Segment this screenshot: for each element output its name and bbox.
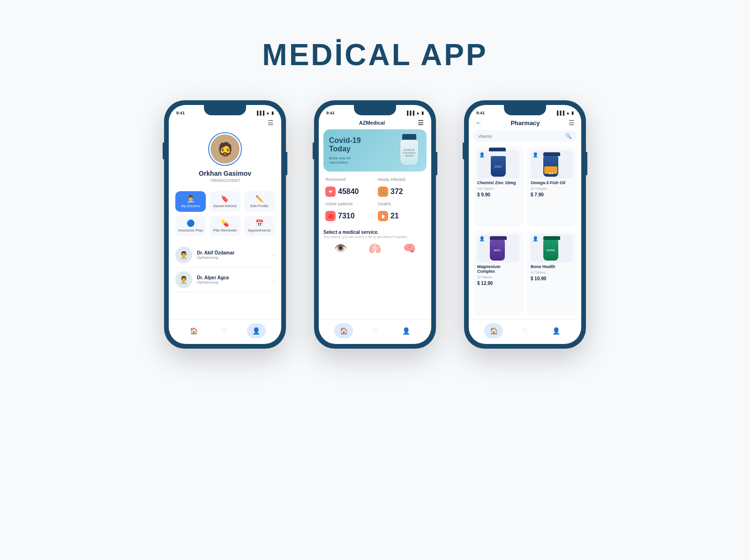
- notch: [204, 105, 246, 115]
- stat-deaths: 📋 21: [376, 209, 427, 223]
- stat-label-infected: Newly infected: [376, 176, 427, 183]
- phone-covid: 9:41 ▐▐▐ ▲ ▮ AZMedical ☰ Covid-19Today B…: [314, 100, 436, 349]
- product-img-zinc: 👤 ZINC: [477, 150, 519, 179]
- vial-body: COVID-19CoronavirusVaccine: [400, 140, 419, 165]
- nav-appointments[interactable]: 📅 Appointments: [244, 216, 275, 236]
- app-name: AZMedical: [359, 120, 385, 126]
- menu-icon-2[interactable]: ☰: [418, 119, 424, 127]
- doctor-spec-1: Opthalmolog: [197, 255, 269, 260]
- doctor-spec-2: Opthalmolog: [197, 280, 269, 284]
- favorites-nav-2[interactable]: ♡: [366, 323, 384, 338]
- battery-icon: ▮: [271, 111, 274, 115]
- profile-nav-2[interactable]: 👤: [397, 323, 416, 338]
- bottom-nav-3: 🏠 ♡ 👤: [469, 319, 581, 344]
- product-name-omega: Omega-3 Fish Oil: [531, 180, 573, 185]
- phones-container: 9:41 ▐▐▐ ▲ ▮ ☰ 🧔 Orkhan Gasimov +9945512…: [164, 100, 586, 349]
- product-img-omega: 👤 Ω-3: [531, 150, 573, 179]
- avatar-ring: 🧔: [208, 132, 242, 166]
- signal-icon-3: ▐▐▐: [555, 111, 564, 115]
- doctor-name-1: Dr. Akif Özdamar: [197, 250, 269, 255]
- service-icons: 👁️ 🫁 🧠: [323, 242, 427, 254]
- doctor-avatar-2: 👨‍⚕️: [175, 271, 192, 288]
- deaths-icon: 📋: [378, 211, 388, 221]
- service-section: Select a medical service. Your choice, y…: [319, 227, 431, 257]
- product-img-magnesium: 👤 MAG: [477, 234, 519, 262]
- bottom-nav-1: 🏠 ♡ 👤: [169, 319, 281, 344]
- home-nav-3[interactable]: 🏠: [484, 323, 503, 338]
- status-icons-3: ▐▐▐ ▲ ▮: [555, 111, 574, 115]
- nav-label-5: Pills Reminder: [213, 228, 237, 232]
- service-subtitle: Your choice, you will receive a list of …: [323, 235, 427, 239]
- product-name-bone: Bone Health: [531, 264, 573, 269]
- nav-label-4: Insurance Plan: [178, 228, 203, 232]
- doctor-info-1: Dr. Akif Özdamar Opthalmolog: [197, 250, 269, 260]
- p2-header: AZMedical ☰: [319, 117, 431, 129]
- person-icon: 👤: [479, 152, 485, 157]
- person-icon-3: 👤: [479, 236, 485, 241]
- user-name: Orkhan Gasimov: [199, 170, 251, 177]
- nav-pills[interactable]: 💊 Pills Reminder: [210, 216, 240, 236]
- nav-saved-articles[interactable]: 🔖 Saved Articles: [210, 191, 240, 212]
- back-icon[interactable]: ←: [475, 119, 482, 127]
- nav-insurance[interactable]: 🔵 Insurance Plan: [175, 216, 206, 236]
- active-icon: 🔴: [325, 211, 336, 221]
- chevron-right-icon-2: ›: [273, 277, 275, 283]
- product-img-bone: 👤 BONE: [531, 234, 573, 262]
- banner-title: Covid-19Today: [329, 136, 361, 153]
- menu-icon-3[interactable]: ☰: [569, 119, 575, 127]
- pills-icon: 💊: [221, 219, 229, 227]
- home-nav-2[interactable]: 🏠: [334, 323, 353, 338]
- product-zinc[interactable]: 👤 ZINC Chemist Zinc 15mg 120 Tablets $ 9…: [473, 147, 523, 227]
- stat-label-recovered: Recovered: [323, 176, 374, 183]
- nav-edit-profile[interactable]: ✏️ Edit Profile: [244, 191, 275, 212]
- profile-nav-3[interactable]: 👤: [547, 323, 566, 338]
- person-icon-4: 👤: [532, 236, 538, 241]
- vaccine-vial: COVID-19CoronavirusVaccine: [396, 134, 422, 167]
- favorites-nav-3[interactable]: ♡: [516, 323, 534, 338]
- table-row[interactable]: 👨‍⚕️ Dr. Akif Özdamar Opthalmolog ›: [175, 243, 275, 268]
- stats-grid: Recovered Newly infected ❤ 45840 🦠 372 A…: [319, 176, 431, 227]
- product-qty-mag: 90 Tablets: [477, 276, 519, 279]
- table-row[interactable]: 👨‍⚕️ Dr. Alper Agca Opthalmolog ›: [175, 268, 275, 292]
- notch-2: [354, 105, 396, 115]
- profile-nav-button[interactable]: 👤: [247, 323, 266, 338]
- product-price-zinc: $ 9.90: [477, 192, 519, 197]
- stat-label-deaths: Deaths: [376, 201, 427, 207]
- home-nav-button[interactable]: 🏠: [184, 323, 203, 338]
- product-magnesium[interactable]: 👤 MAG Magnesium Complex 90 Tablets $ 12.…: [473, 231, 523, 315]
- doctors-list: 👨‍⚕️ Dr. Akif Özdamar Opthalmolog › 👨‍⚕️…: [169, 240, 281, 319]
- search-bar[interactable]: 🔍: [473, 130, 577, 142]
- stat-infected: 🦠 372: [376, 185, 427, 199]
- nav-my-doctors[interactable]: 👨‍⚕️ My Doctors: [175, 191, 206, 212]
- page-title: MEDİCAL APP: [262, 37, 488, 72]
- menu-icon[interactable]: ☰: [268, 119, 274, 127]
- profile-section: 🧔 Orkhan Gasimov +994551234567: [169, 128, 281, 187]
- nav-label-6: Appointments: [248, 228, 271, 232]
- time-1: 9:41: [176, 111, 185, 115]
- nav-label-2: Saved Articles: [213, 204, 237, 208]
- lung-service[interactable]: 🫁: [368, 242, 381, 254]
- active-value: 7310: [338, 212, 355, 220]
- vial-cap: [402, 134, 416, 140]
- favorites-nav-button[interactable]: ♡: [216, 323, 234, 338]
- brain-service[interactable]: 🧠: [403, 242, 416, 254]
- time-3: 9:41: [476, 111, 485, 115]
- status-icons-1: ▐▐▐ ▲ ▮: [255, 111, 274, 115]
- doctor-name-2: Dr. Alper Agca: [197, 275, 269, 280]
- search-input[interactable]: [478, 134, 562, 139]
- product-price-bone: $ 10.90: [531, 276, 573, 281]
- doctor-info-2: Dr. Alper Agca Opthalmolog: [197, 275, 269, 284]
- product-omega[interactable]: 👤 Ω-3 Omega-3 Fish Oil 60 Softgels $ 7.9…: [527, 147, 577, 227]
- products-grid: 👤 ZINC Chemist Zinc 15mg 120 Tablets $ 9…: [469, 147, 581, 315]
- doctor-avatar-1: 👨‍⚕️: [175, 246, 192, 263]
- eye-service[interactable]: 👁️: [334, 242, 347, 254]
- phone-profile: 9:41 ▐▐▐ ▲ ▮ ☰ 🧔 Orkhan Gasimov +9945512…: [164, 100, 286, 349]
- product-bone[interactable]: 👤 BONE Bone Health 60 Tablets $ 10.90: [527, 231, 577, 315]
- person-icon-2: 👤: [532, 152, 538, 157]
- doctors-icon: 👨‍⚕️: [187, 195, 195, 202]
- wifi-icon-2: ▲: [416, 111, 420, 115]
- battery-icon-3: ▮: [571, 111, 574, 115]
- insurance-icon: 🔵: [187, 219, 195, 227]
- covid-banner: Covid-19Today Book now forvaccination. C…: [323, 129, 427, 172]
- signal-icon: ▐▐▐: [255, 111, 264, 115]
